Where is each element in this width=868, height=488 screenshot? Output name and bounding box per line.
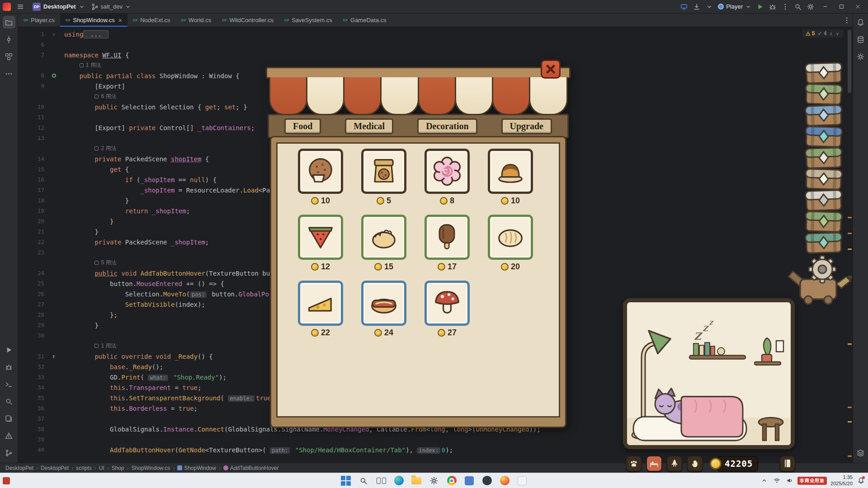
taskbar-app-windows[interactable] [340,475,352,487]
search-icon[interactable] [3,395,15,408]
tab-options-icon[interactable] [841,15,853,26]
taskbar-corner-app[interactable] [3,477,10,484]
code-vision-hint[interactable]: 2 用法 [94,145,116,152]
files-icon[interactable] [3,412,15,425]
settings-icon[interactable] [805,1,816,12]
network-icon[interactable] [772,475,781,486]
shop-item-bread[interactable]: 20 [488,215,533,272]
editor-tab[interactable]: C#WildController.cs [217,14,279,27]
gear-icon[interactable] [854,50,867,63]
code-vision-hint[interactable]: 5 用法 [94,259,116,267]
pet-tool-bed[interactable] [646,455,662,472]
shop-item-mushroom[interactable]: 27 [425,281,470,338]
pet-tool-rocket[interactable] [666,455,683,472]
project-selector[interactable]: DP DesktopPet [30,0,88,13]
main-menu-icon[interactable] [14,1,26,12]
breadcrumb-item[interactable]: ShopWindow.cs [131,465,171,471]
bell-icon[interactable] [854,16,867,28]
run-config-selector[interactable]: Player [716,0,753,13]
chevron-down-icon[interactable] [703,1,715,12]
pet-tool-book[interactable] [779,455,796,472]
debug-icon[interactable] [3,361,15,373]
taskbar-app-firefox[interactable] [499,475,510,487]
taskbar-app-app-light[interactable] [516,475,528,487]
close-tab-icon[interactable]: × [118,17,122,24]
branch-selector[interactable]: salt_dev [91,1,131,12]
taskbar-app-edge[interactable] [393,475,405,487]
breadcrumb-item[interactable]: DesktopPet [40,465,70,471]
code-line[interactable]: 6 [18,39,853,50]
editor-scrollbar[interactable] [846,27,853,463]
shop-tab-decoration[interactable]: Decoration [417,118,477,134]
taskbar-app-explorer[interactable] [410,475,422,487]
database-icon[interactable] [854,33,867,46]
editor-tab[interactable]: C#NodeExt.cs [127,14,176,27]
breadcrumb-item[interactable]: DesktopPet [5,465,34,471]
taskbar-app-chrome[interactable] [446,475,458,487]
breadcrumb-item[interactable]: scripts [75,465,93,471]
shop-item-hotdog[interactable]: 24 [361,281,406,338]
shop-item-cookie-bag[interactable]: 5 [361,149,406,206]
volume-icon[interactable] [785,475,794,486]
pet-tool-paw[interactable] [626,455,642,472]
coin-icon [311,263,319,271]
run-button[interactable] [754,1,766,12]
play-icon[interactable] [3,343,15,356]
pet-tool-hand[interactable] [687,455,703,472]
item-price: 24 [374,328,393,338]
shop-item-candy-swirl[interactable]: 8 [425,149,470,206]
gear-contraption[interactable] [787,251,855,305]
code-vision-hint[interactable]: 6 用法 [94,93,116,100]
editor-tab[interactable]: C#Player.cs [18,14,60,27]
code-vision-hint[interactable]: 1 用法 [94,342,116,350]
terminal-icon[interactable] [3,378,15,390]
commit-icon[interactable] [3,33,15,46]
shop-item-watermelon[interactable]: 12 [298,215,343,272]
branch-icon[interactable] [3,446,15,459]
editor-tab[interactable]: C#GameData.cs [338,14,392,27]
taskbar-clock[interactable]: 1:35 2025/5/20 [830,474,853,487]
maximize-button[interactable] [834,1,849,13]
breadcrumb-item[interactable]: AddTabButtonHover [222,465,279,471]
notifications-icon[interactable] [856,475,865,486]
structure-icon[interactable] [3,50,15,63]
breadcrumb-item[interactable]: Shop [111,465,125,471]
shop-item-popsicle[interactable]: 17 [425,215,470,272]
minimize-button[interactable] [817,1,833,13]
shop-tab-food[interactable]: Food [284,118,321,134]
code-vision-hint[interactable]: 1 用法 [80,61,101,69]
close-button[interactable] [850,1,865,13]
shop-item-cheese[interactable]: 22 [298,281,343,338]
shop-tab-upgrade[interactable]: Upgrade [501,118,552,134]
layers-icon[interactable] [854,446,867,459]
next-prev-problem-icons[interactable]: ∧ ∨ [830,31,840,36]
taskbar-app-app-blue[interactable] [463,475,475,487]
taskbar-app-settings[interactable] [428,475,440,487]
device-sync-icon[interactable] [678,1,690,12]
inspections-widget[interactable]: 5 ✓ 4 ∧ ∨ [802,29,844,38]
taskbar-app-app-dark[interactable] [481,475,493,487]
editor-tab[interactable]: C#World.cs [176,14,217,27]
editor-tab[interactable]: C#ShopWindow.cs× [60,14,127,27]
tray-expand-icon[interactable] [760,475,769,486]
taskbar-app-task-view[interactable] [375,475,387,487]
shop-close-button[interactable] [541,60,561,79]
more-icon[interactable] [3,67,15,80]
debug-button[interactable] [767,1,778,12]
more-actions-icon[interactable] [779,1,791,12]
search-everywhere-icon[interactable] [792,1,804,12]
shop-tab-medical[interactable]: Medical [345,118,393,134]
problems-icon[interactable] [3,429,15,442]
shop-item-pudding[interactable]: 10 [488,149,533,206]
taskbar-app-search[interactable] [358,475,369,487]
project-icon[interactable] [3,16,15,28]
shop-item-rice-ball[interactable]: 10 [298,149,343,206]
code-line[interactable]: 1›using ... [18,29,853,39]
breadcrumb-item[interactable]: ShopWindow [176,465,217,471]
shop-item-dumpling[interactable]: 15 [361,215,406,272]
code-line[interactable]: 7namespace WF.UI { [18,50,853,60]
vcs-update-icon[interactable] [691,1,703,12]
scrollbar-thumb[interactable] [848,30,851,93]
editor-tab[interactable]: C#SaveSystem.cs [279,14,338,27]
breadcrumb-item[interactable]: UI [98,465,105,471]
